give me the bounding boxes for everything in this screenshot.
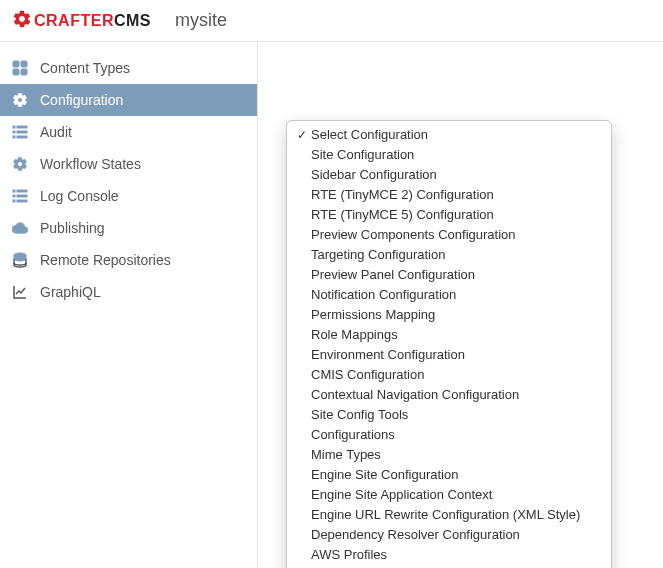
gear-icon (12, 92, 28, 108)
dropdown-option[interactable]: Site Configuration (287, 145, 611, 165)
dropdown-option-label: Role Mappings (311, 326, 398, 344)
dropdown-option[interactable]: Dependency Resolver Configuration (287, 525, 611, 545)
dropdown-option[interactable]: Configurations (287, 425, 611, 445)
sidebar-item-label: Content Types (40, 60, 130, 76)
sidebar: Content TypesConfigurationAuditWorkflow … (0, 42, 258, 568)
dropdown-option-label: AWS Profiles (311, 546, 387, 564)
dropdown-option[interactable]: RTE (TinyMCE 2) Configuration (287, 185, 611, 205)
site-name[interactable]: mysite (175, 10, 227, 31)
chart-icon (12, 284, 28, 300)
dropdown-option-label: Preview Components Configuration (311, 226, 516, 244)
dropdown-option[interactable]: Permissions Mapping (287, 305, 611, 325)
dropdown-option[interactable]: Environment Configuration (287, 345, 611, 365)
list-icon (12, 188, 28, 204)
dropdown-option[interactable]: ✓Select Configuration (287, 125, 611, 145)
gear-icon (12, 156, 28, 172)
sidebar-item-label: Audit (40, 124, 72, 140)
dropdown-option-label: Environment Configuration (311, 346, 465, 364)
dropdown-option-label: Select Configuration (311, 126, 428, 144)
dropdown-option[interactable]: Preview Panel Configuration (287, 265, 611, 285)
sidebar-item-label: Workflow States (40, 156, 141, 172)
dropdown-option[interactable]: RTE (TinyMCE 5) Configuration (287, 205, 611, 225)
header: CRAFTERCMS mysite (0, 0, 663, 42)
sidebar-item-content-types[interactable]: Content Types (0, 52, 257, 84)
dropdown-option[interactable]: Role Mappings (287, 325, 611, 345)
dropdown-option-label: Preview Panel Configuration (311, 266, 475, 284)
dropdown-option[interactable]: Engine Site Configuration (287, 465, 611, 485)
dropdown-option[interactable]: AWS Profiles (287, 545, 611, 565)
configuration-dropdown[interactable]: ✓Select ConfigurationSite ConfigurationS… (286, 120, 612, 568)
dropdown-option-label: CMIS Configuration (311, 366, 424, 384)
sidebar-item-workflow-states[interactable]: Workflow States (0, 148, 257, 180)
list-icon (12, 124, 28, 140)
dropdown-option-label: Engine Site Application Context (311, 486, 492, 504)
logo-text: CRAFTERCMS (34, 12, 151, 30)
sidebar-item-label: GraphiQL (40, 284, 101, 300)
dropdown-option-label: Contextual Navigation Configuration (311, 386, 519, 404)
dropdown-option-label: Mime Types (311, 446, 381, 464)
dropdown-option-label: Notification Configuration (311, 286, 456, 304)
dropdown-option[interactable]: CMIS Configuration (287, 365, 611, 385)
sidebar-item-configuration[interactable]: Configuration (0, 84, 257, 116)
main-panel: ✓Select ConfigurationSite ConfigurationS… (258, 42, 663, 568)
dropdown-option-label: Configurations (311, 426, 395, 444)
dropdown-option[interactable]: Contextual Navigation Configuration (287, 385, 611, 405)
sidebar-item-publishing[interactable]: Publishing (0, 212, 257, 244)
dropdown-option-label: RTE (TinyMCE 2) Configuration (311, 186, 494, 204)
dropdown-option[interactable]: Sidebar Configuration (287, 165, 611, 185)
dropdown-option-label: Sidebar Configuration (311, 166, 437, 184)
dropdown-option[interactable]: Mime Types (287, 445, 611, 465)
sidebar-item-label: Configuration (40, 92, 123, 108)
check-icon: ✓ (293, 126, 311, 144)
sidebar-item-audit[interactable]: Audit (0, 116, 257, 148)
sidebar-item-log-console[interactable]: Log Console (0, 180, 257, 212)
dropdown-option[interactable]: Engine URL Rewrite Configuration (XML St… (287, 505, 611, 525)
sidebar-item-label: Log Console (40, 188, 119, 204)
dropdown-option-label: Site Config Tools (311, 406, 408, 424)
dropdown-option[interactable]: Preview Components Configuration (287, 225, 611, 245)
database-icon (12, 252, 28, 268)
gear-logo-icon (12, 9, 32, 32)
sidebar-item-graphiql[interactable]: GraphiQL (0, 276, 257, 308)
dropdown-option[interactable]: Engine Site Application Context (287, 485, 611, 505)
dropdown-option-label: Permissions Mapping (311, 306, 435, 324)
sidebar-item-label: Publishing (40, 220, 105, 236)
dropdown-option-label: Dependency Resolver Configuration (311, 526, 520, 544)
cloud-icon (12, 220, 28, 236)
dropdown-option-label: RTE (TinyMCE 5) Configuration (311, 206, 494, 224)
grid-icon (12, 60, 28, 76)
dropdown-option-label: Engine URL Rewrite Configuration (XML St… (311, 506, 580, 524)
dropdown-option[interactable]: Notification Configuration (287, 285, 611, 305)
dropdown-option-label: Site Configuration (311, 146, 414, 164)
sidebar-item-remote-repositories[interactable]: Remote Repositories (0, 244, 257, 276)
sidebar-item-label: Remote Repositories (40, 252, 171, 268)
logo[interactable]: CRAFTERCMS (12, 9, 151, 32)
dropdown-option-label: Engine Site Configuration (311, 466, 458, 484)
dropdown-option[interactable]: Site Config Tools (287, 405, 611, 425)
dropdown-option[interactable]: Targeting Configuration (287, 245, 611, 265)
dropdown-option-label: Targeting Configuration (311, 246, 445, 264)
